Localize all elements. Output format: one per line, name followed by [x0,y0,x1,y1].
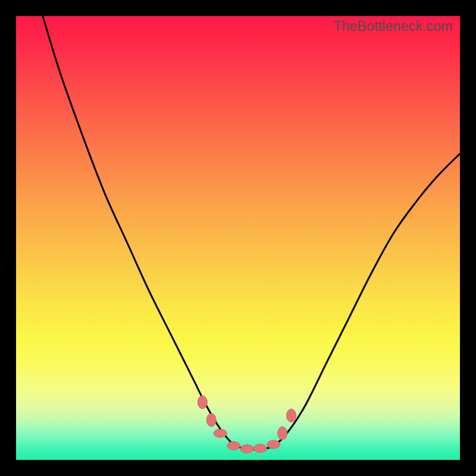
bottleneck-curve [43,16,460,450]
highlight-marker [253,444,267,453]
chart-frame: TheBottleneck.com [0,0,476,476]
plot-area: TheBottleneck.com [16,16,460,460]
highlight-marker [206,414,216,427]
highlight-marker [198,396,207,409]
highlight-marker [287,409,296,422]
highlight-marker [267,440,280,449]
highlight-markers [198,396,296,453]
highlight-marker [214,429,227,437]
curve-layer [16,16,460,460]
highlight-marker [240,444,253,453]
highlight-marker [278,427,287,440]
highlight-marker [227,441,240,450]
